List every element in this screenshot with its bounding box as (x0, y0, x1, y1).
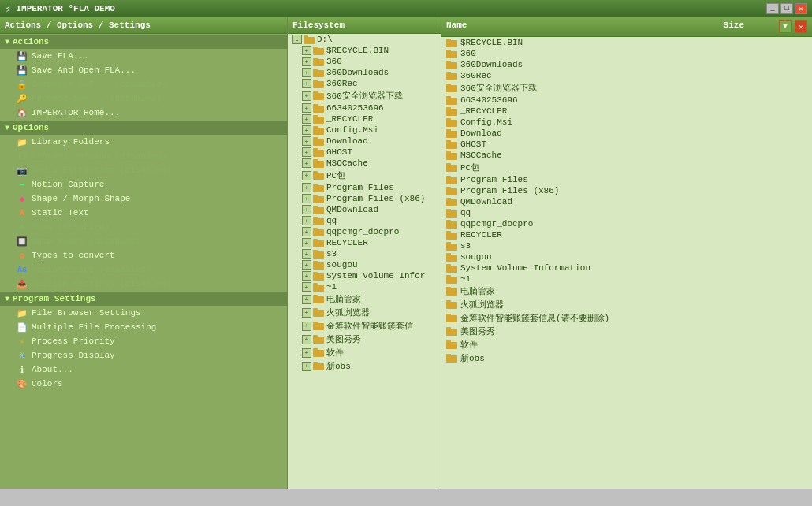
item-imperator-home[interactable]: 🏠 IMPERATOR Home... (0, 106, 287, 120)
section-program-settings[interactable]: ▼ Program Settings (0, 292, 287, 306)
expand-360downloads[interactable]: + (302, 68, 311, 77)
tree-item-66340[interactable]: + 66340253696 (288, 102, 441, 113)
file-360browser[interactable]: 360安全浏览器下载 (441, 81, 812, 95)
tree-item-program-files-x86[interactable]: + Program Files (x86) (288, 193, 441, 204)
file-xinobs[interactable]: 新obs (441, 352, 812, 365)
expand-tilde1[interactable]: + (302, 282, 311, 292)
tree-item-s3[interactable]: + s3 (288, 248, 441, 259)
filesystem-scroll[interactable]: - D:\ + $RECYCLE.BIN + (288, 34, 441, 489)
expand-download[interactable]: + (302, 136, 311, 146)
file-system-volume[interactable]: System Volume Information (441, 262, 812, 273)
item-colors[interactable]: 🎨 Colors (0, 377, 287, 391)
file-program-files-x86[interactable]: Program Files (x86) (441, 185, 812, 196)
item-file-browser[interactable]: 📁 File Browser Settings (0, 306, 287, 320)
tree-item-program-files[interactable]: + Program Files (288, 182, 441, 193)
item-snap-modes[interactable]: 🔲 Snap Modes (disabled) (0, 234, 287, 248)
expand-qq[interactable]: + (302, 216, 311, 225)
tree-item-software[interactable]: + 软件 (288, 346, 441, 359)
file-jinsui[interactable]: 金筹软件智能账簇套信息(请不要删除) (441, 311, 812, 325)
file-huhu-browser[interactable]: 火狐浏览器 (441, 298, 812, 311)
tree-item-360browser[interactable]: + 360安全浏览器下载 (288, 89, 441, 102)
tree-item-download[interactable]: + Download (288, 136, 441, 147)
name-scroll[interactable]: $RECYCLE.BIN 360 360Downloads 360Rec (441, 37, 812, 489)
expand-qqpcmgr[interactable]: + (302, 227, 311, 236)
tree-item-recycler2[interactable]: + RECYCLER (288, 237, 441, 248)
file-qqpcmgr[interactable]: qqpcmgr_docpro (441, 218, 812, 229)
sort-icon[interactable]: ▼ (779, 20, 792, 33)
file-ghost[interactable]: GHOST (441, 139, 812, 150)
close-button[interactable]: ✕ (795, 3, 807, 14)
file-msocache[interactable]: MSOCache (441, 150, 812, 161)
expand-program-files[interactable]: + (302, 183, 311, 192)
tree-item-qmdownload[interactable]: + QMDownload (288, 204, 441, 215)
expand-jinsui[interactable]: + (302, 322, 311, 331)
tree-item-qqpcmgr[interactable]: + qqpcmgr_docpro (288, 226, 441, 237)
file-qq[interactable]: qq (441, 207, 812, 218)
tree-item-360[interactable]: + 360 (288, 56, 441, 67)
tree-root[interactable]: - D:\ (288, 34, 441, 45)
item-static-text[interactable]: A Static Text (0, 206, 287, 220)
expand-huhu-browser[interactable]: + (302, 308, 311, 318)
expand-config-msi[interactable]: + (302, 125, 311, 135)
expand-360rec[interactable]: + (302, 79, 311, 88)
expand-sougou[interactable]: + (302, 260, 311, 270)
item-library-folders[interactable]: 📁 Library Folders (0, 135, 287, 149)
expand-pc-manager[interactable]: + (302, 295, 311, 304)
expand-recycler[interactable]: + (302, 114, 311, 124)
expand-xinobs[interactable]: + (302, 362, 311, 371)
expand-pc[interactable]: + (302, 171, 311, 180)
maximize-button[interactable]: □ (780, 3, 793, 14)
tree-item-jinsui[interactable]: + 金筹软件智能账簇套信 (288, 319, 441, 333)
file-download[interactable]: Download (441, 128, 812, 139)
file-meitu[interactable]: 美图秀秀 (441, 325, 812, 338)
file-360rec[interactable]: 360Rec (441, 70, 812, 81)
tree-item-msocache[interactable]: + MSOCache (288, 158, 441, 169)
item-actionscript[interactable]: As ActionScript (disabled) (0, 262, 287, 277)
item-progress-display[interactable]: % Progress Display (0, 348, 287, 363)
section-options[interactable]: ▼ Options (0, 121, 287, 135)
expand-recycler2[interactable]: + (302, 238, 311, 247)
expand-software[interactable]: + (302, 348, 311, 358)
tree-item-qq[interactable]: + qq (288, 215, 441, 226)
item-compress-swf[interactable]: 🔒 Compress SWF... (disabled) (0, 77, 287, 91)
item-shape-morph[interactable]: ◆ Shape / Morph Shape (0, 192, 287, 206)
item-types-convert[interactable]: ⚙ Types to convert (0, 248, 287, 262)
tree-item-pc[interactable]: + PC包 (288, 169, 441, 182)
left-scroll-area[interactable]: ▼ Actions 💾 Save FLA... 💾 Save And Open … (0, 34, 287, 489)
item-multiple-file[interactable]: 📄 Multiple File Processing (0, 320, 287, 334)
expand-ghost[interactable]: + (302, 147, 311, 157)
tree-item-xinobs[interactable]: + 新obs (288, 359, 441, 373)
item-process-priority[interactable]: ⚡ Process Priority (0, 334, 287, 348)
expand-66340[interactable]: + (302, 103, 311, 113)
tree-item-360downloads[interactable]: + 360Downloads (288, 67, 441, 78)
expand-360[interactable]: + (302, 57, 311, 66)
tree-item-sougou[interactable]: + sougou (288, 259, 441, 270)
item-save-fla[interactable]: 💾 Save FLA... (0, 49, 287, 63)
expand-root[interactable]: - (292, 35, 302, 44)
expand-360browser[interactable]: + (302, 91, 311, 101)
tree-item-recycler[interactable]: + _RECYCLER (288, 113, 441, 125)
file-config-msi[interactable]: Config.Msi (441, 117, 812, 128)
expand-meitu[interactable]: + (302, 335, 311, 344)
minimize-button[interactable]: _ (766, 3, 779, 14)
file-recycler2[interactable]: RECYCLER (441, 229, 812, 240)
file-360downloads[interactable]: 360Downloads (441, 59, 812, 70)
tree-item-huhu-browser[interactable]: + 火狐浏览器 (288, 306, 441, 319)
tree-item-config-msi[interactable]: + Config.Msi (288, 125, 441, 136)
file-66340[interactable]: 66340253696 (441, 95, 812, 106)
file-pc-manager[interactable]: 电脑管家 (441, 285, 812, 298)
tree-item-recycle-bin[interactable]: + $RECYCLE.BIN (288, 45, 441, 56)
item-publish-settings[interactable]: 📤 Publish Settings (disabled) (0, 277, 287, 291)
file-tilde1[interactable]: ~1 (441, 273, 812, 285)
file-s3[interactable]: s3 (441, 240, 812, 251)
tree-item-meitu[interactable]: + 美图秀秀 (288, 333, 441, 346)
file-pc[interactable]: PC包 (441, 161, 812, 174)
filter-icon[interactable]: ✕ (795, 20, 807, 33)
expand-s3[interactable]: + (302, 249, 311, 259)
file-360[interactable]: 360 (441, 48, 812, 59)
tree-item-system-volume[interactable]: + System Volume Infor (288, 270, 441, 281)
item-media-extraction[interactable]: 📷 Media Extraction (disabled) (0, 163, 287, 177)
expand-qmdownload[interactable]: + (302, 205, 311, 214)
expand-recycle-bin[interactable]: + (302, 46, 311, 55)
item-motion-capture[interactable]: ➡ Motion Capture (0, 177, 287, 192)
